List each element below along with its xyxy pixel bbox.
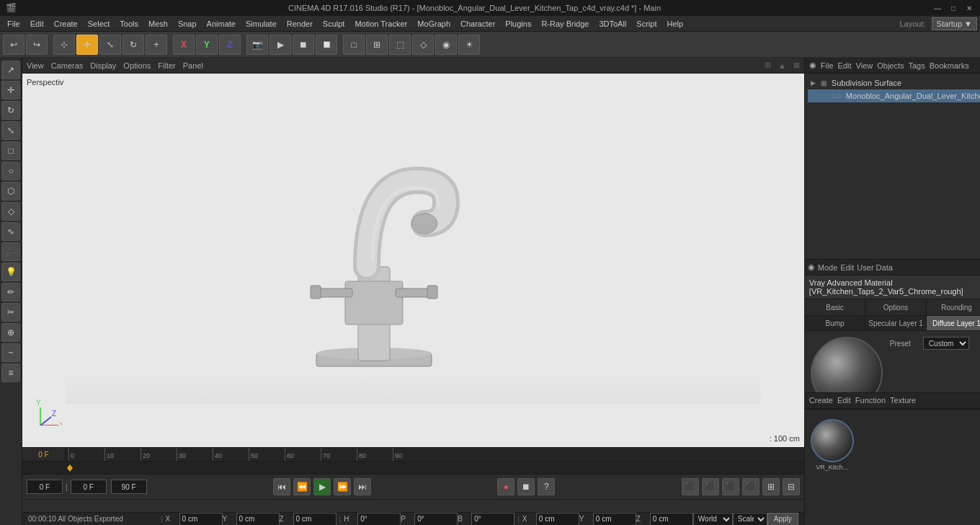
menu-render[interactable]: Render: [282, 18, 317, 30]
mat-sphere-thumbnail[interactable]: [811, 419, 854, 462]
om-file-label[interactable]: File: [821, 61, 834, 70]
pos-key-button[interactable]: ⬛: [682, 478, 699, 495]
viewport-perspective-button[interactable]: ◇: [412, 35, 434, 55]
x-axis-button[interactable]: X: [173, 35, 195, 55]
menu-create[interactable]: Create: [50, 18, 82, 30]
current-frame-input[interactable]: [27, 480, 63, 494]
minimize-button[interactable]: —: [932, 3, 943, 13]
camera-button[interactable]: 📷: [246, 35, 268, 55]
maximize-button[interactable]: □: [948, 3, 958, 13]
lt-select-button[interactable]: ↗: [1, 61, 20, 79]
next-frame-button[interactable]: ⏩: [334, 478, 351, 495]
apply-button[interactable]: Apply: [767, 513, 798, 526]
scale-z-input[interactable]: [650, 513, 693, 526]
vp-cameras-menu[interactable]: Cameras: [51, 61, 84, 70]
vp-panel-menu[interactable]: Panel: [183, 61, 203, 70]
rot-h-input[interactable]: [357, 513, 401, 526]
pos-x-input[interactable]: [179, 513, 223, 526]
menu-select[interactable]: Select: [84, 18, 115, 30]
tree-item-subdivision[interactable]: ▶ ⊞ Subdivision Surface ✓ ✓: [808, 76, 980, 89]
lt-move-button[interactable]: ✛: [1, 81, 20, 100]
viewport-solo-button[interactable]: □: [343, 35, 365, 55]
auto-key-button[interactable]: ?: [538, 478, 555, 495]
mat-preset-select[interactable]: Custom Metal Chrome: [923, 337, 969, 350]
layout-select[interactable]: Startup ▼: [932, 17, 977, 30]
lt-light-button[interactable]: 💡: [1, 262, 20, 281]
menu-motion-tracker[interactable]: Motion Tracker: [350, 18, 411, 30]
scale-tool-button[interactable]: ⤡: [99, 35, 121, 55]
scale-key-button[interactable]: ⬛: [722, 478, 739, 495]
menu-animate[interactable]: Animate: [202, 18, 240, 30]
lt-smooth-button[interactable]: ~: [1, 343, 20, 362]
rot-key-button[interactable]: ⬛: [702, 478, 719, 495]
undo-button[interactable]: ↩: [3, 35, 24, 55]
mat-tab-basic[interactable]: Basic: [805, 299, 865, 315]
mat-subtab-diffuse1[interactable]: Diffuse Layer 1: [927, 316, 980, 330]
lt-scale-button[interactable]: ⤡: [1, 121, 20, 140]
record-button[interactable]: ●: [497, 478, 514, 495]
vp-options-menu[interactable]: Options: [123, 61, 151, 70]
end-frame-input[interactable]: [111, 480, 147, 494]
goto-start-button[interactable]: ⏮: [273, 478, 290, 495]
mat-subtab-specular1[interactable]: Specular Layer 1: [865, 316, 926, 330]
lt-camera-button[interactable]: 🎥: [1, 242, 20, 261]
menu-simulate[interactable]: Simulate: [241, 18, 281, 30]
create-button[interactable]: +: [146, 35, 167, 55]
start-frame-input[interactable]: [71, 480, 107, 494]
move-tool-button[interactable]: ✛: [76, 35, 98, 55]
vp-filter-menu[interactable]: Filter: [158, 61, 175, 70]
lt-pen-button[interactable]: ✏: [1, 283, 20, 301]
timeline-ruler[interactable]: 0 F 0 10 20 30 40 50 60 70 80 90: [22, 448, 804, 461]
menu-vray-bridge[interactable]: R-Ray Bridge: [537, 18, 593, 30]
render-preview-button[interactable]: 🔲: [316, 35, 337, 55]
pla-key-button[interactable]: ⊞: [762, 478, 780, 495]
menu-snap[interactable]: Snap: [174, 18, 201, 30]
rot-b-input[interactable]: [471, 513, 514, 526]
mat-function-label[interactable]: Function: [855, 396, 886, 405]
om-tags-label[interactable]: Tags: [909, 61, 925, 70]
tree-item-monobloc[interactable]: ▶ L◇ Monobloc_Angular_Dual_Lever_Kitchen…: [808, 89, 980, 102]
mat-tab-rounding[interactable]: Rounding: [927, 299, 980, 315]
play-button[interactable]: ▶: [270, 35, 291, 55]
vp-view-menu[interactable]: View: [27, 61, 44, 70]
lt-knife-button[interactable]: ✂: [1, 303, 20, 322]
play-button[interactable]: ▶: [313, 478, 331, 495]
close-button[interactable]: ✕: [964, 3, 974, 13]
lt-sphere-button[interactable]: ○: [1, 162, 20, 180]
scale-x-input[interactable]: [536, 513, 579, 526]
om-objects-label[interactable]: Objects: [877, 61, 904, 70]
om-edit-label[interactable]: Edit: [838, 61, 852, 70]
redo-button[interactable]: ↪: [26, 35, 48, 55]
lt-spline-button[interactable]: ∿: [1, 222, 20, 241]
vp-arrow-up-icon[interactable]: ▲: [778, 61, 786, 70]
vp-display-menu[interactable]: Display: [90, 61, 116, 70]
timeline-expand-button[interactable]: ⊟: [783, 478, 800, 495]
menu-3dtoall[interactable]: 3DToAll: [594, 18, 631, 30]
menu-script[interactable]: Script: [632, 18, 661, 30]
goto-end-button[interactable]: ⏭: [354, 478, 371, 495]
rotate-tool-button[interactable]: ↻: [122, 35, 144, 55]
menu-mograph[interactable]: MoGraph: [413, 18, 455, 30]
select-tool-button[interactable]: ⊹: [53, 35, 75, 55]
vp-expand-icon[interactable]: ⊞: [765, 61, 771, 70]
lt-cube-button[interactable]: □: [1, 141, 20, 160]
lt-poly-button[interactable]: ◇: [1, 202, 20, 221]
scale-y-input[interactable]: [593, 513, 636, 526]
menu-edit[interactable]: Edit: [26, 18, 48, 30]
display-mode-button[interactable]: ◉: [435, 35, 457, 55]
z-axis-button[interactable]: Z: [219, 35, 241, 55]
mat-edit-label2[interactable]: Edit: [837, 396, 851, 405]
mat-create-label[interactable]: Create: [809, 396, 833, 405]
lt-rotate-button[interactable]: ↻: [1, 101, 20, 120]
pos-y-input[interactable]: [236, 513, 280, 526]
mat-userdata-label[interactable]: User Data: [857, 263, 893, 272]
world-local-select[interactable]: World Local Object: [693, 513, 733, 526]
viewport[interactable]: Perspectiv: [22, 74, 804, 447]
menu-help[interactable]: Help: [662, 18, 687, 30]
om-bookmarks-label[interactable]: Bookmarks: [930, 61, 969, 70]
viewport-top-button[interactable]: ⬚: [389, 35, 411, 55]
menu-file[interactable]: File: [3, 18, 24, 30]
viewport-4-button[interactable]: ⊞: [366, 35, 388, 55]
lt-magnet-button[interactable]: ⊕: [1, 323, 20, 342]
pos-z-input[interactable]: [293, 513, 337, 526]
